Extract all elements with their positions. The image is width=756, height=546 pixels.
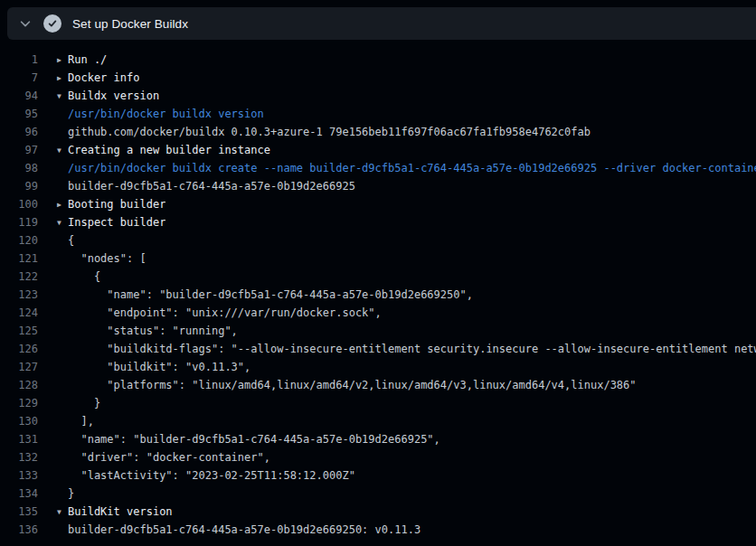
line-number[interactable]: 98 — [0, 159, 38, 177]
line-number[interactable]: 119 — [0, 213, 38, 231]
log-output-text: { — [68, 270, 100, 283]
group-collapsed-icon[interactable]: ▶ — [57, 196, 68, 213]
log-output-text: github.com/docker/buildx 0.10.3+azure-1 … — [68, 126, 591, 138]
log-row: 132 "driver": "docker-container", — [0, 448, 756, 466]
log-row: 126 "buildkitd-flags": "--allow-insecure… — [0, 340, 756, 358]
step-header[interactable]: Set up Docker Buildx — [7, 7, 756, 40]
log-output-text: } — [68, 397, 100, 410]
log-row: 134} — [0, 485, 756, 503]
line-number[interactable]: 122 — [0, 268, 38, 286]
line-number[interactable]: 125 — [0, 322, 38, 340]
line-number[interactable]: 130 — [0, 412, 38, 430]
line-number[interactable]: 131 — [0, 430, 38, 448]
log-row: 123 "name": "builder-d9cfb5a1-c764-445a-… — [0, 286, 756, 304]
log-output-text: builder-d9cfb5a1-c764-445a-a57e-0b19d2e6… — [68, 523, 421, 536]
line-number[interactable]: 124 — [0, 304, 38, 322]
log-row: 133 "lastActivity": "2023-02-25T11:58:12… — [0, 466, 756, 485]
group-expanded-icon[interactable]: ▼ — [57, 214, 68, 231]
log-output-text: "buildkit": "v0.11.3", — [68, 361, 250, 373]
log-output-text: } — [68, 487, 74, 500]
line-number[interactable]: 94 — [0, 87, 38, 105]
log-group-title: Creating a new builder instance — [68, 144, 270, 156]
log-row: 96github.com/docker/buildx 0.10.3+azure-… — [0, 123, 756, 141]
log-row: 125 "status": "running", — [0, 322, 756, 340]
group-expanded-icon[interactable]: ▼ — [57, 88, 68, 105]
line-number[interactable]: 95 — [0, 105, 38, 123]
line-number[interactable]: 123 — [0, 286, 38, 304]
log-group-row: 135▼BuildKit version — [0, 503, 756, 521]
log-output-text: "lastActivity": "2023-02-25T11:58:12.000… — [68, 469, 355, 482]
log-output-text: { — [68, 234, 74, 247]
log-group-title: Docker info — [68, 71, 139, 84]
log-group-title: Inspect builder — [68, 216, 165, 229]
line-number[interactable]: 128 — [0, 376, 38, 394]
line-number[interactable]: 133 — [0, 466, 38, 485]
line-number[interactable]: 121 — [0, 249, 38, 268]
log-viewer: 1▶Run ./7▶Docker info94▼Buildx version95… — [0, 40, 756, 539]
log-output-text: "name": "builder-d9cfb5a1-c764-445a-a57e… — [68, 433, 440, 446]
log-row: 131 "name": "builder-d9cfb5a1-c764-445a-… — [0, 430, 756, 448]
log-command-text: /usr/bin/docker buildx create --name bui… — [68, 162, 756, 174]
group-collapsed-icon[interactable]: ▶ — [57, 52, 68, 69]
group-collapsed-icon[interactable]: ▶ — [57, 70, 68, 87]
log-row: 95/usr/bin/docker buildx version — [0, 105, 756, 123]
log-output-text: "endpoint": "unix:///var/run/docker.sock… — [68, 306, 382, 319]
log-group-row: 1▶Run ./ — [0, 51, 756, 69]
group-expanded-icon[interactable]: ▼ — [57, 504, 68, 521]
log-row: 122 { — [0, 268, 756, 286]
log-group-row: 94▼Buildx version — [0, 87, 756, 105]
line-number[interactable]: 100 — [0, 195, 38, 213]
log-row: 136builder-d9cfb5a1-c764-445a-a57e-0b19d… — [0, 521, 756, 539]
line-number[interactable]: 7 — [0, 69, 38, 87]
log-output-text: "platforms": "linux/amd64,linux/amd64/v2… — [68, 379, 637, 391]
log-output-text: "nodes": [ — [68, 252, 146, 265]
log-group-title: Booting builder — [68, 198, 165, 211]
log-group-title: Run ./ — [68, 53, 107, 66]
chevron-down-icon[interactable] — [7, 17, 43, 30]
line-number[interactable]: 129 — [0, 394, 38, 412]
line-number[interactable]: 132 — [0, 448, 38, 466]
line-number[interactable]: 97 — [0, 141, 38, 159]
log-row: 124 "endpoint": "unix:///var/run/docker.… — [0, 304, 756, 322]
line-number[interactable]: 1 — [0, 51, 38, 69]
log-output-text: "buildkitd-flags": "--allow-insecure-ent… — [68, 343, 756, 355]
log-row: 128 "platforms": "linux/amd64,linux/amd6… — [0, 376, 756, 394]
log-command-text: /usr/bin/docker buildx version — [68, 108, 264, 120]
log-group-title: BuildKit version — [68, 505, 173, 518]
line-number[interactable]: 136 — [0, 521, 38, 539]
line-number[interactable]: 126 — [0, 340, 38, 358]
log-row: 129 } — [0, 394, 756, 412]
log-group-title: Buildx version — [68, 89, 159, 102]
line-number[interactable]: 127 — [0, 358, 38, 376]
line-number[interactable]: 135 — [0, 503, 38, 521]
group-expanded-icon[interactable]: ▼ — [57, 142, 68, 159]
log-group-row: 7▶Docker info — [0, 69, 756, 87]
line-number[interactable]: 99 — [0, 177, 38, 195]
log-group-row: 119▼Inspect builder — [0, 213, 756, 231]
line-number[interactable]: 134 — [0, 485, 38, 503]
log-row: 120{ — [0, 231, 756, 249]
log-row: 99builder-d9cfb5a1-c764-445a-a57e-0b19d2… — [0, 177, 756, 195]
log-output-text: ], — [68, 415, 94, 428]
line-number[interactable]: 96 — [0, 123, 38, 141]
log-row: 98/usr/bin/docker buildx create --name b… — [0, 159, 756, 177]
step-title: Set up Docker Buildx — [72, 17, 188, 31]
log-output-text: "driver": "docker-container", — [68, 451, 270, 464]
log-row: 127 "buildkit": "v0.11.3", — [0, 358, 756, 376]
log-group-row: 100▶Booting builder — [0, 195, 756, 213]
check-circle-icon — [43, 14, 61, 33]
log-output-text: "status": "running", — [68, 325, 238, 337]
log-group-row: 97▼Creating a new builder instance — [0, 141, 756, 159]
log-output-text: "name": "builder-d9cfb5a1-c764-445a-a57e… — [68, 288, 473, 301]
log-row: 121 "nodes": [ — [0, 249, 756, 268]
line-number[interactable]: 120 — [0, 231, 38, 249]
log-output-text: builder-d9cfb5a1-c764-445a-a57e-0b19d2e6… — [68, 180, 355, 193]
log-row: 130 ], — [0, 412, 756, 430]
